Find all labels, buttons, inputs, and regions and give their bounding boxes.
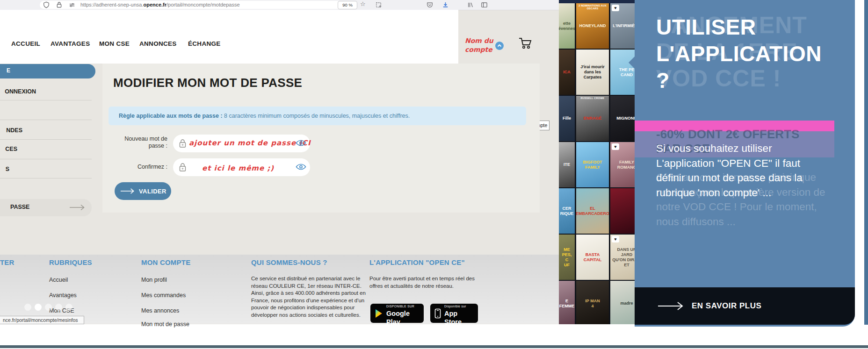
sidebar-item-annonces[interactable]: CES bbox=[0, 146, 17, 152]
url-text[interactable]: https://adherent-snep-unsa.opence.fr/por… bbox=[80, 2, 240, 7]
sidebar-mot-de-passe-label: PASSE bbox=[10, 204, 32, 210]
carousel-dot-1[interactable] bbox=[24, 304, 31, 311]
poster-title: CER RIQUE bbox=[559, 188, 575, 234]
poster-tile[interactable]: L'INFIRMIÈRE ♥ bbox=[610, 3, 635, 49]
chevron-up-icon[interactable] bbox=[495, 42, 504, 50]
lock-icon[interactable] bbox=[56, 1, 64, 9]
poster-tile[interactable]: ME PES, C UF bbox=[559, 235, 575, 280]
google-play-badge[interactable]: DISPONIBLE SURGoogle Play bbox=[370, 304, 424, 323]
poster-tile[interactable]: BASTA CAPITAL bbox=[576, 235, 609, 280]
footer-link-avantages[interactable]: Avantages bbox=[49, 292, 77, 299]
password-rule-text: Règle applicable aux mots de passe : 8 c… bbox=[119, 113, 410, 119]
carousel-dot-5[interactable] bbox=[65, 304, 72, 311]
download-icon[interactable] bbox=[442, 1, 449, 9]
lock-field-icon bbox=[179, 139, 186, 150]
permissions-icon[interactable] bbox=[69, 1, 76, 9]
shield-icon[interactable] bbox=[43, 1, 51, 9]
en-savoir-plus-button[interactable]: EN SAVOIR PLUS bbox=[635, 287, 855, 325]
poster-title: E FEMME bbox=[559, 281, 575, 324]
app-store-badge[interactable]: Disponible surApp Store bbox=[430, 304, 478, 323]
footer-link-mon-profil[interactable]: Mon profil bbox=[141, 277, 167, 283]
footer-link-mot-de-passe[interactable]: Mon mot de passe bbox=[141, 321, 189, 328]
sidebar-item-commandes[interactable]: NDES bbox=[0, 127, 22, 134]
sidebar-item-connexion[interactable]: ONNEXION bbox=[0, 88, 36, 95]
poster-title: ICA bbox=[559, 50, 575, 95]
google-play-icon bbox=[375, 309, 383, 318]
poster-title: Fille bbox=[559, 96, 575, 141]
arrow-right-icon bbox=[69, 204, 85, 213]
nav-echange[interactable]: ÉCHANGE bbox=[188, 40, 221, 47]
poster-tile[interactable]: madre bbox=[610, 281, 635, 324]
poster-tile[interactable]: RUSSELL CROWE ENRAGÉ bbox=[576, 96, 609, 141]
footer-qui-sommes-heading: QUI SOMMES-NOUS ? bbox=[251, 258, 327, 266]
poster-tile[interactable]: BIGFOOT FAMILY bbox=[576, 142, 609, 187]
poster-title: BASTA CAPITAL bbox=[576, 235, 609, 280]
site-header bbox=[0, 10, 458, 64]
footer-link-accueil[interactable]: Accueil bbox=[49, 277, 68, 283]
nav-annonces[interactable]: ANNONCES bbox=[139, 40, 177, 47]
poster-tile[interactable]: ICA bbox=[559, 50, 575, 95]
bookmark-star-icon[interactable]: ☆ bbox=[360, 0, 366, 7]
poster-tile[interactable]: DANS UN JARD QU'ON DIRAIT ET ♥ bbox=[610, 235, 635, 280]
account-name[interactable]: Nom du compte bbox=[465, 36, 498, 54]
poster-tile[interactable]: IP MAN 4 bbox=[576, 281, 609, 324]
app-store-icon bbox=[434, 308, 441, 319]
poster-title: MIGNONN bbox=[610, 96, 635, 141]
pocket-icon[interactable] bbox=[427, 1, 434, 9]
poster-tile[interactable]: EL EMBARCADERO bbox=[576, 188, 609, 234]
poster-title: ITE bbox=[559, 142, 575, 187]
browser-toolbar: https://adherent-snep-unsa.opence.fr/por… bbox=[0, 0, 559, 10]
screenshot-icon[interactable] bbox=[375, 1, 383, 9]
footer-link-mes-commandes[interactable]: Mes commandes bbox=[141, 292, 186, 299]
poster-tile[interactable]: ette évennes bbox=[559, 3, 575, 49]
poster-top-strip bbox=[559, 0, 635, 3]
footer: TER RUBRIQUES Accueil Avantages Mon CSE … bbox=[0, 255, 559, 324]
library-icon[interactable] bbox=[467, 1, 474, 9]
cart-icon[interactable] bbox=[517, 35, 534, 53]
eye-icon[interactable] bbox=[296, 163, 306, 173]
poster-tile[interactable]: E FEMME bbox=[559, 281, 575, 324]
confirm-password-label: Confirmez : bbox=[114, 164, 167, 171]
confirm-password-annotation: et ici le même ;) bbox=[202, 164, 274, 172]
nav-avantages[interactable]: AVANTAGES bbox=[51, 40, 90, 47]
promo-panel: LANCEMENT DE LA 1ERE VOD CCE ! UTILISER … bbox=[635, 0, 855, 327]
poster-title: ette évennes bbox=[559, 3, 575, 49]
poster-title: madre bbox=[610, 281, 635, 324]
valider-button[interactable]: VALIDER bbox=[115, 182, 171, 200]
favorite-icon[interactable]: ♥ bbox=[612, 5, 619, 11]
divider bbox=[0, 120, 92, 120]
poster-tile[interactable]: MIGNONN bbox=[610, 96, 635, 141]
sidebar-item-infos[interactable]: S bbox=[0, 166, 9, 172]
status-link-preview: nce.fr/portail/moncompte/mesinfos bbox=[0, 316, 84, 324]
poster-tile[interactable]: CER RIQUE bbox=[559, 188, 575, 234]
sidebar-item-active[interactable] bbox=[0, 64, 95, 78]
favorite-icon[interactable]: ♥ bbox=[612, 143, 619, 150]
confirm-password-input[interactable]: et ici le même ;) bbox=[173, 158, 310, 176]
footer-mon-compte-heading: MON COMPTE bbox=[141, 258, 190, 266]
arrow-right-icon bbox=[120, 188, 135, 194]
page-bottom-rule bbox=[0, 345, 868, 348]
poster-tile[interactable]: 2 NOMINATIONS AUX OSCARS HONEYLAND bbox=[576, 3, 609, 49]
poster-tile[interactable]: FAMILY ROMANC ♥ bbox=[610, 142, 635, 187]
password-form-panel: MODIFIER MON MOT DE PASSE Règle applicab… bbox=[102, 64, 540, 213]
poster-tile[interactable]: Fille bbox=[559, 96, 575, 141]
nav-mon-cse[interactable]: MON CSE bbox=[99, 40, 130, 47]
new-password-input[interactable]: ajouter un mot de passe ICI bbox=[173, 135, 310, 152]
carousel-notch bbox=[629, 57, 635, 69]
favorite-icon[interactable]: ♥ bbox=[612, 236, 619, 242]
carousel-dot-3[interactable] bbox=[45, 304, 52, 311]
poster-tile[interactable]: ITE bbox=[559, 142, 575, 187]
divider bbox=[0, 100, 92, 100]
poster-tile[interactable] bbox=[610, 188, 635, 234]
zoom-level-badge[interactable]: 90 % bbox=[338, 1, 357, 9]
eye-icon[interactable] bbox=[296, 139, 306, 149]
promo-body: Si vous souhaitez utiliser L'application… bbox=[656, 141, 803, 200]
next-slide-strip bbox=[864, 0, 868, 325]
poster-title: ENRAGÉ bbox=[576, 96, 609, 141]
sidebar-toggle-icon[interactable] bbox=[481, 1, 488, 9]
carousel-dot-2[interactable] bbox=[35, 304, 42, 311]
nav-accueil[interactable]: ACCUEIL bbox=[11, 40, 40, 47]
footer-link-mes-annonces[interactable]: Mes annonces bbox=[141, 307, 179, 314]
carousel-dot-4[interactable] bbox=[55, 304, 62, 311]
poster-tile[interactable]: J'irai mourir dans les Carpates bbox=[576, 50, 609, 95]
